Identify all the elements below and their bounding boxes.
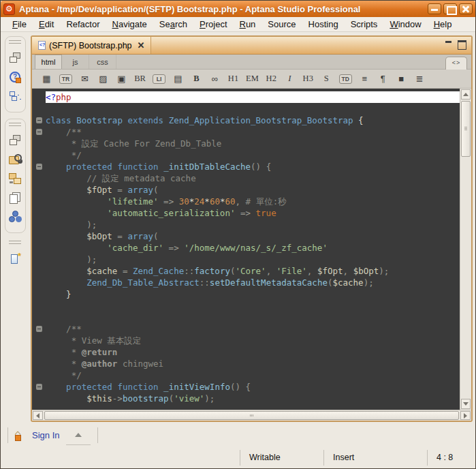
menu-run[interactable]: Run — [234, 18, 262, 31]
restore-panel-icon[interactable] — [9, 52, 21, 63]
code-line[interactable]: /** — [32, 323, 460, 335]
code-line[interactable]: /** — [32, 126, 460, 138]
code-line[interactable]: 'automatic_serialization' => true — [32, 207, 460, 219]
scroll-up-icon[interactable] — [461, 89, 471, 100]
code-line[interactable]: * @return — [32, 346, 460, 358]
insert-email-link-icon[interactable]: ✉ — [79, 73, 91, 85]
code-line[interactable]: ); — [32, 219, 460, 230]
cluster-icon[interactable] — [9, 211, 21, 222]
emphasis-icon[interactable]: EM — [246, 73, 259, 85]
code-line[interactable]: $bOpt = array( — [32, 230, 460, 242]
code-line[interactable]: <?php — [32, 91, 460, 103]
code-line[interactable]: // 設定 metadata cache — [32, 172, 460, 184]
menu-edit[interactable]: Edit — [33, 18, 60, 31]
code-line[interactable]: Zend_Db_Table_Abstract::setDefaultMetada… — [32, 277, 460, 288]
fold-marker-icon[interactable] — [36, 384, 42, 390]
fold-marker-icon[interactable] — [36, 129, 42, 135]
insert-table-row-icon[interactable]: TR — [59, 74, 72, 84]
title-bar[interactable]: ⚙ Aptana - /tmp/Dev/application/(SFTP) B… — [1, 1, 475, 17]
drag-handle[interactable] — [9, 241, 21, 244]
menu-search[interactable]: Search — [153, 18, 193, 31]
help-icon[interactable] — [10, 72, 20, 82]
code-line[interactable]: 'lifetime' => 30*24*60*60, # 單位:秒 — [32, 196, 460, 207]
vertical-scroll-track[interactable] — [460, 157, 471, 398]
code-line[interactable] — [32, 300, 460, 312]
code-line[interactable]: 'cache_dir' => '/home/www/nas/_s/_zf_cac… — [32, 242, 460, 254]
code-line[interactable]: $cache = Zend_Cache::factory('Core', 'Fi… — [32, 265, 460, 277]
horizontal-scroll-thumb[interactable] — [44, 411, 459, 420]
italic-icon[interactable]: I — [284, 73, 296, 85]
drag-handle[interactable] — [9, 123, 21, 126]
insert-table-icon[interactable]: ▦ — [41, 73, 52, 85]
code-line[interactable]: * @author chingwei — [32, 358, 460, 369]
code-line[interactable]: protected function _initViewInfo() { — [32, 381, 460, 393]
code-line[interactable]: ); — [32, 254, 460, 265]
scroll-right-icon[interactable] — [460, 411, 471, 420]
code-line[interactable]: } — [32, 288, 460, 300]
editor-tab-bootstrap-php[interactable]: (SFTP) Bootstrap.php ✕ — [32, 37, 151, 54]
menu-navigate[interactable]: Navigate — [106, 18, 153, 31]
fold-marker-icon[interactable] — [36, 326, 42, 332]
menu-scripts[interactable]: Scripts — [345, 18, 384, 31]
editor-maximize-icon[interactable] — [458, 40, 465, 47]
code-line[interactable] — [32, 312, 460, 323]
subtab-html[interactable]: html — [35, 55, 62, 69]
code-line[interactable]: */ — [32, 149, 460, 161]
insert-form-icon[interactable]: ▤ — [172, 73, 184, 85]
signin-dropdown-icon[interactable] — [75, 433, 82, 437]
fold-marker-icon[interactable] — [36, 117, 42, 123]
toggle-source-button[interactable]: <> — [445, 57, 467, 70]
menu-project[interactable]: Project — [193, 18, 233, 31]
scroll-down-icon[interactable] — [461, 399, 471, 409]
code-line[interactable]: class Bootstrap extends Zend_Application… — [32, 115, 460, 126]
menu-file[interactable]: File — [6, 18, 33, 31]
minimize-button[interactable] — [428, 3, 441, 14]
menu-source[interactable]: Source — [261, 18, 302, 31]
vertical-scrollbar[interactable] — [460, 89, 471, 410]
open-search-icon[interactable] — [9, 154, 21, 165]
subtab-js[interactable]: js — [62, 55, 89, 69]
menu-hosting[interactable]: Hosting — [302, 18, 345, 31]
code-line[interactable]: protected function _initDbTableCache() { — [32, 161, 460, 172]
heading2-icon[interactable]: H2 — [266, 73, 277, 85]
code-editor[interactable]: <?phpclass Bootstrap extends Zend_Applic… — [32, 89, 460, 410]
menu-window[interactable]: Window — [383, 18, 427, 31]
bullet-list-icon[interactable]: ≡ — [359, 73, 370, 85]
fold-marker-icon[interactable] — [36, 164, 42, 170]
layers-icon[interactable]: ▣ — [116, 73, 127, 85]
insert-link-icon[interactable]: ∞ — [209, 73, 221, 85]
numbered-list-icon[interactable]: ≣ — [414, 73, 426, 85]
insert-br-icon[interactable]: BR — [134, 73, 146, 85]
horizontal-scrollbar[interactable] — [32, 410, 471, 421]
maximize-button[interactable] — [443, 3, 457, 14]
outline-icon[interactable] — [9, 91, 21, 102]
code-line[interactable]: * 設定 Cache For Zend_Db_Table — [32, 138, 460, 149]
close-button[interactable] — [459, 3, 473, 14]
code-line[interactable]: $this->bootstrap('view'); — [32, 393, 460, 404]
menu-help[interactable]: Help — [428, 18, 458, 31]
scroll-left-icon[interactable] — [33, 411, 43, 420]
subtab-css[interactable]: css — [89, 55, 116, 69]
code-line[interactable]: $fOpt = array( — [32, 184, 460, 196]
insert-table-cell-icon[interactable]: TD — [339, 74, 352, 84]
block-icon[interactable]: ■ — [396, 73, 407, 85]
connections-icon[interactable] — [9, 173, 21, 184]
tab-close-icon[interactable]: ✕ — [138, 42, 145, 50]
bold-icon[interactable]: B — [191, 73, 202, 85]
strikethrough-icon[interactable]: S — [321, 73, 332, 85]
code-line[interactable]: * View 基本設定 — [32, 335, 460, 346]
restore-panel-icon[interactable] — [9, 135, 21, 146]
snippets-icon[interactable] — [9, 253, 21, 264]
heading3-icon[interactable]: H3 — [302, 73, 314, 85]
copy-icon[interactable] — [9, 192, 21, 203]
insert-list-item-icon[interactable]: LI — [153, 74, 165, 84]
heading1-icon[interactable]: H1 — [227, 73, 239, 85]
insert-image-icon[interactable]: ▨ — [97, 73, 109, 85]
code-line[interactable] — [32, 103, 460, 115]
vertical-scroll-thumb[interactable] — [461, 101, 471, 157]
menu-refactor[interactable]: Refactor — [60, 18, 106, 31]
drag-handle[interactable] — [9, 40, 21, 44]
signin-link[interactable]: Sign In — [32, 430, 59, 440]
code-line[interactable]: */ — [32, 369, 460, 381]
paragraph-icon[interactable]: ¶ — [377, 73, 389, 85]
